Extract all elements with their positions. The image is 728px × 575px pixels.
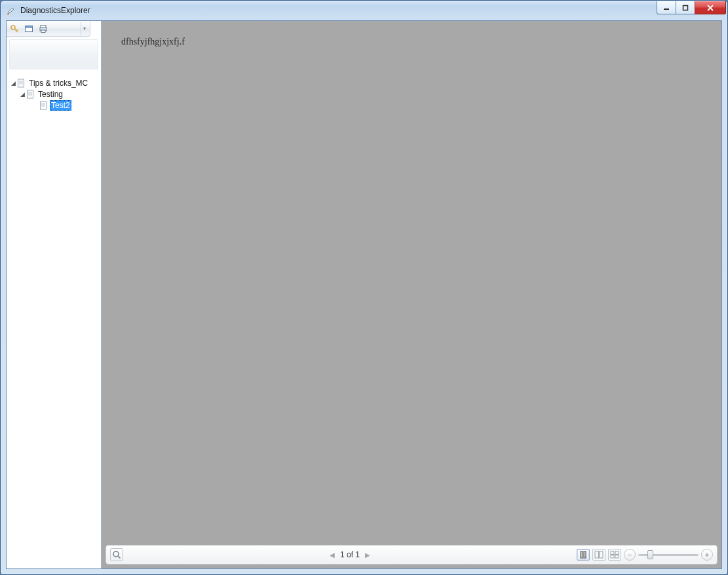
svg-rect-0 xyxy=(7,12,10,15)
search-button[interactable] xyxy=(110,548,123,561)
tree-label: Tips & tricks_MC xyxy=(28,78,89,88)
page-icon xyxy=(39,101,48,110)
sidebar-toolbar: ▾ xyxy=(7,21,90,37)
client-area: ▾ ◢ Tips & tricks_MC ◢ Testing xyxy=(6,20,722,569)
app-icon xyxy=(6,5,16,16)
preview-box xyxy=(9,39,98,69)
zoom-in-button[interactable]: + xyxy=(701,549,713,561)
page-navigator: ◀ 1 of 1 ▶ xyxy=(127,550,573,559)
window-controls xyxy=(657,1,726,14)
prev-page-icon[interactable]: ◀ xyxy=(328,551,336,559)
page-indicator: 1 of 1 xyxy=(340,550,360,559)
app-window: DiagnosticsExplorer xyxy=(0,0,728,575)
close-button[interactable] xyxy=(695,1,726,14)
titlebar[interactable]: DiagnosticsExplorer xyxy=(1,1,727,20)
view-facing-button[interactable] xyxy=(592,549,605,561)
tree-node-child[interactable]: ◢ Testing xyxy=(7,88,101,100)
document-body-text: dfhsfyjfhgjxjxfj.f xyxy=(121,37,185,47)
svg-line-22 xyxy=(118,556,121,559)
svg-rect-8 xyxy=(41,30,45,33)
sidebar: ▾ ◢ Tips & tricks_MC ◢ Testing xyxy=(7,21,102,568)
view-single-button[interactable] xyxy=(577,549,590,561)
svg-rect-33 xyxy=(615,555,619,559)
tree-label: Test2 xyxy=(50,100,71,111)
view-thumbs-button[interactable] xyxy=(608,549,621,561)
minimize-button[interactable] xyxy=(657,1,676,14)
window-icon[interactable] xyxy=(24,24,34,34)
svg-rect-9 xyxy=(18,79,24,87)
svg-rect-17 xyxy=(41,102,47,109)
svg-rect-2 xyxy=(683,5,688,10)
svg-rect-29 xyxy=(600,551,603,558)
toolbar-overflow-icon[interactable]: ▾ xyxy=(81,22,87,35)
tree-label: Testing xyxy=(37,89,64,100)
svg-rect-28 xyxy=(595,551,599,558)
tree-node-leaf[interactable]: Test2 xyxy=(7,100,101,111)
maximize-button[interactable] xyxy=(676,1,695,14)
svg-rect-30 xyxy=(611,551,614,555)
svg-rect-32 xyxy=(611,555,614,559)
print-icon[interactable] xyxy=(38,24,48,34)
tree-view[interactable]: ◢ Tips & tricks_MC ◢ Testing xyxy=(7,76,101,568)
svg-rect-5 xyxy=(26,26,33,28)
svg-rect-31 xyxy=(615,551,619,555)
window-title: DiagnosticsExplorer xyxy=(20,6,90,15)
expand-caret-icon[interactable]: ◢ xyxy=(18,91,26,98)
svg-point-21 xyxy=(113,551,119,557)
tree-node-root[interactable]: ◢ Tips & tricks_MC xyxy=(7,77,101,88)
zoom-slider[interactable] xyxy=(638,549,699,561)
page-icon xyxy=(26,90,35,99)
viewer-footer: ◀ 1 of 1 ▶ − xyxy=(105,545,718,565)
svg-rect-13 xyxy=(28,90,33,98)
next-page-icon[interactable]: ▶ xyxy=(364,551,372,559)
document-viewer[interactable]: dfhsfyjfhgjxjxfj.f xyxy=(102,21,721,545)
zoom-out-button[interactable]: − xyxy=(624,549,636,561)
page-icon xyxy=(17,79,26,88)
main-panel: dfhsfyjfhgjxjxfj.f ◀ 1 of 1 ▶ xyxy=(102,21,721,568)
zoom-thumb[interactable] xyxy=(647,550,653,559)
expand-caret-icon[interactable]: ◢ xyxy=(9,80,17,86)
key-icon[interactable] xyxy=(9,24,20,34)
